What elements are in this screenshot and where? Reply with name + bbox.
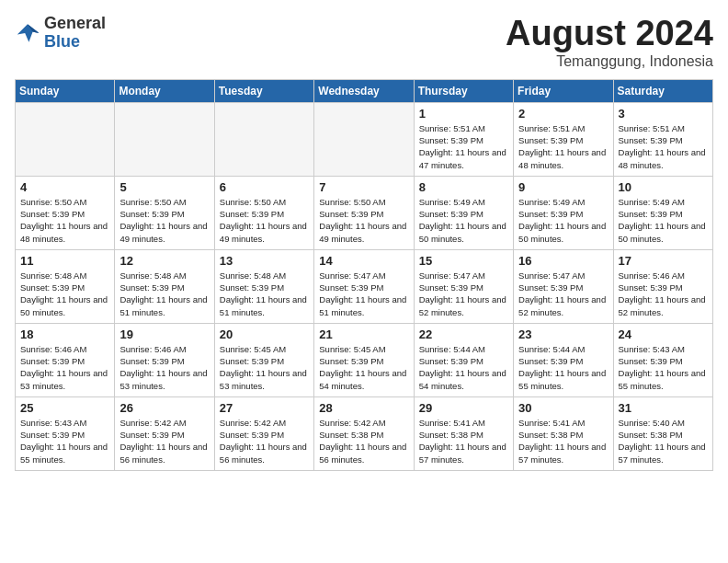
calendar-cell-25: 25Sunrise: 5:43 AMSunset: 5:39 PMDayligh… <box>16 396 115 470</box>
day-info: Sunrise: 5:40 AMSunset: 5:38 PMDaylight:… <box>619 417 708 465</box>
weekday-header-friday: Friday <box>514 79 613 102</box>
day-info: Sunrise: 5:47 AMSunset: 5:39 PMDaylight:… <box>319 270 408 318</box>
day-info: Sunrise: 5:47 AMSunset: 5:39 PMDaylight:… <box>419 270 508 318</box>
location-subtitle: Temanggung, Indonesia <box>506 53 713 70</box>
day-number: 30 <box>518 401 608 415</box>
calendar-cell-9: 9Sunrise: 5:49 AMSunset: 5:39 PMDaylight… <box>514 176 613 249</box>
calendar-cell-empty-2 <box>214 102 313 176</box>
day-info: Sunrise: 5:44 AMSunset: 5:39 PMDaylight:… <box>419 343 508 392</box>
day-number: 13 <box>220 254 309 268</box>
day-info: Sunrise: 5:43 AMSunset: 5:39 PMDaylight:… <box>20 417 109 465</box>
day-number: 7 <box>319 180 408 194</box>
calendar-cell-6: 6Sunrise: 5:50 AMSunset: 5:39 PMDaylight… <box>214 176 313 249</box>
day-info: Sunrise: 5:51 AMSunset: 5:39 PMDaylight:… <box>419 122 508 171</box>
calendar-cell-1: 1Sunrise: 5:51 AMSunset: 5:39 PMDaylight… <box>414 102 513 176</box>
calendar-cell-2: 2Sunrise: 5:51 AMSunset: 5:39 PMDaylight… <box>514 102 613 176</box>
day-info: Sunrise: 5:43 AMSunset: 5:39 PMDaylight:… <box>619 343 708 392</box>
day-info: Sunrise: 5:41 AMSunset: 5:38 PMDaylight:… <box>419 417 508 465</box>
calendar-cell-19: 19Sunrise: 5:46 AMSunset: 5:39 PMDayligh… <box>115 323 214 396</box>
weekday-header-row: SundayMondayTuesdayWednesdayThursdayFrid… <box>16 79 713 102</box>
day-info: Sunrise: 5:42 AMSunset: 5:39 PMDaylight:… <box>220 417 309 465</box>
day-number: 3 <box>619 107 708 121</box>
weekday-header-saturday: Saturday <box>613 79 712 102</box>
weekday-header-tuesday: Tuesday <box>214 79 313 102</box>
day-number: 17 <box>619 254 708 268</box>
calendar-week-row-1: 1Sunrise: 5:51 AMSunset: 5:39 PMDaylight… <box>16 102 713 176</box>
day-number: 9 <box>518 180 608 194</box>
weekday-header-monday: Monday <box>115 79 214 102</box>
day-number: 15 <box>419 254 508 268</box>
day-info: Sunrise: 5:50 AMSunset: 5:39 PMDaylight:… <box>119 196 209 245</box>
logo-blue-text: Blue <box>44 32 80 51</box>
day-number: 28 <box>319 401 408 415</box>
day-number: 6 <box>220 180 309 194</box>
calendar-cell-17: 17Sunrise: 5:46 AMSunset: 5:39 PMDayligh… <box>613 249 712 323</box>
day-info: Sunrise: 5:50 AMSunset: 5:39 PMDaylight:… <box>20 196 109 245</box>
day-number: 19 <box>119 327 209 341</box>
day-number: 14 <box>319 254 408 268</box>
day-number: 25 <box>20 401 109 415</box>
day-number: 8 <box>419 180 508 194</box>
day-info: Sunrise: 5:50 AMSunset: 5:39 PMDaylight:… <box>319 196 408 245</box>
calendar-cell-5: 5Sunrise: 5:50 AMSunset: 5:39 PMDaylight… <box>115 176 214 249</box>
day-info: Sunrise: 5:41 AMSunset: 5:38 PMDaylight:… <box>518 417 608 465</box>
day-info: Sunrise: 5:48 AMSunset: 5:39 PMDaylight:… <box>119 270 209 318</box>
calendar-week-row-5: 25Sunrise: 5:43 AMSunset: 5:39 PMDayligh… <box>16 396 713 470</box>
title-block: August 2024 Temanggung, Indonesia <box>506 15 713 70</box>
day-info: Sunrise: 5:49 AMSunset: 5:39 PMDaylight:… <box>619 196 708 245</box>
day-info: Sunrise: 5:46 AMSunset: 5:39 PMDaylight:… <box>619 270 708 318</box>
day-number: 1 <box>419 107 508 121</box>
calendar-cell-31: 31Sunrise: 5:40 AMSunset: 5:38 PMDayligh… <box>613 396 712 470</box>
calendar-cell-3: 3Sunrise: 5:51 AMSunset: 5:39 PMDaylight… <box>613 102 712 176</box>
day-number: 5 <box>119 180 209 194</box>
calendar-cell-14: 14Sunrise: 5:47 AMSunset: 5:39 PMDayligh… <box>314 249 414 323</box>
calendar-cell-30: 30Sunrise: 5:41 AMSunset: 5:38 PMDayligh… <box>514 396 613 470</box>
calendar-cell-22: 22Sunrise: 5:44 AMSunset: 5:39 PMDayligh… <box>414 323 513 396</box>
calendar-week-row-4: 18Sunrise: 5:46 AMSunset: 5:39 PMDayligh… <box>16 323 713 396</box>
day-number: 2 <box>518 107 608 121</box>
calendar-cell-10: 10Sunrise: 5:49 AMSunset: 5:39 PMDayligh… <box>613 176 712 249</box>
logo-bird-icon <box>15 20 40 46</box>
weekday-header-sunday: Sunday <box>16 79 115 102</box>
logo: General Blue <box>15 15 106 52</box>
calendar-cell-23: 23Sunrise: 5:44 AMSunset: 5:39 PMDayligh… <box>514 323 613 396</box>
day-info: Sunrise: 5:51 AMSunset: 5:39 PMDaylight:… <box>518 122 608 171</box>
calendar-cell-27: 27Sunrise: 5:42 AMSunset: 5:39 PMDayligh… <box>214 396 313 470</box>
calendar-cell-empty-0 <box>16 102 115 176</box>
weekday-header-wednesday: Wednesday <box>314 79 414 102</box>
calendar-cell-13: 13Sunrise: 5:48 AMSunset: 5:39 PMDayligh… <box>214 249 313 323</box>
day-number: 20 <box>220 327 309 341</box>
day-number: 4 <box>20 180 109 194</box>
logo-general-text: General <box>44 14 106 32</box>
day-number: 26 <box>119 401 209 415</box>
day-info: Sunrise: 5:44 AMSunset: 5:39 PMDaylight:… <box>518 343 608 392</box>
page-header: General Blue August 2024 Temanggung, Ind… <box>15 15 713 70</box>
calendar-week-row-3: 11Sunrise: 5:48 AMSunset: 5:39 PMDayligh… <box>16 249 713 323</box>
calendar-cell-28: 28Sunrise: 5:42 AMSunset: 5:38 PMDayligh… <box>314 396 414 470</box>
day-number: 29 <box>419 401 508 415</box>
calendar-cell-16: 16Sunrise: 5:47 AMSunset: 5:39 PMDayligh… <box>514 249 613 323</box>
day-number: 11 <box>20 254 109 268</box>
day-number: 10 <box>619 180 708 194</box>
day-info: Sunrise: 5:49 AMSunset: 5:39 PMDaylight:… <box>419 196 508 245</box>
day-info: Sunrise: 5:48 AMSunset: 5:39 PMDaylight:… <box>220 270 309 318</box>
day-info: Sunrise: 5:48 AMSunset: 5:39 PMDaylight:… <box>20 270 109 318</box>
day-info: Sunrise: 5:42 AMSunset: 5:38 PMDaylight:… <box>319 417 408 465</box>
calendar-cell-26: 26Sunrise: 5:42 AMSunset: 5:39 PMDayligh… <box>115 396 214 470</box>
day-info: Sunrise: 5:42 AMSunset: 5:39 PMDaylight:… <box>119 417 209 465</box>
calendar-cell-15: 15Sunrise: 5:47 AMSunset: 5:39 PMDayligh… <box>414 249 513 323</box>
day-number: 12 <box>119 254 209 268</box>
day-number: 24 <box>619 327 708 341</box>
day-info: Sunrise: 5:45 AMSunset: 5:39 PMDaylight:… <box>220 343 309 392</box>
calendar-table: SundayMondayTuesdayWednesdayThursdayFrid… <box>15 79 713 471</box>
calendar-cell-29: 29Sunrise: 5:41 AMSunset: 5:38 PMDayligh… <box>414 396 513 470</box>
day-info: Sunrise: 5:51 AMSunset: 5:39 PMDaylight:… <box>619 122 708 171</box>
day-number: 22 <box>419 327 508 341</box>
calendar-cell-empty-1 <box>115 102 214 176</box>
day-number: 21 <box>319 327 408 341</box>
day-info: Sunrise: 5:47 AMSunset: 5:39 PMDaylight:… <box>518 270 608 318</box>
calendar-cell-20: 20Sunrise: 5:45 AMSunset: 5:39 PMDayligh… <box>214 323 313 396</box>
day-info: Sunrise: 5:49 AMSunset: 5:39 PMDaylight:… <box>518 196 608 245</box>
calendar-cell-4: 4Sunrise: 5:50 AMSunset: 5:39 PMDaylight… <box>16 176 115 249</box>
weekday-header-thursday: Thursday <box>414 79 513 102</box>
